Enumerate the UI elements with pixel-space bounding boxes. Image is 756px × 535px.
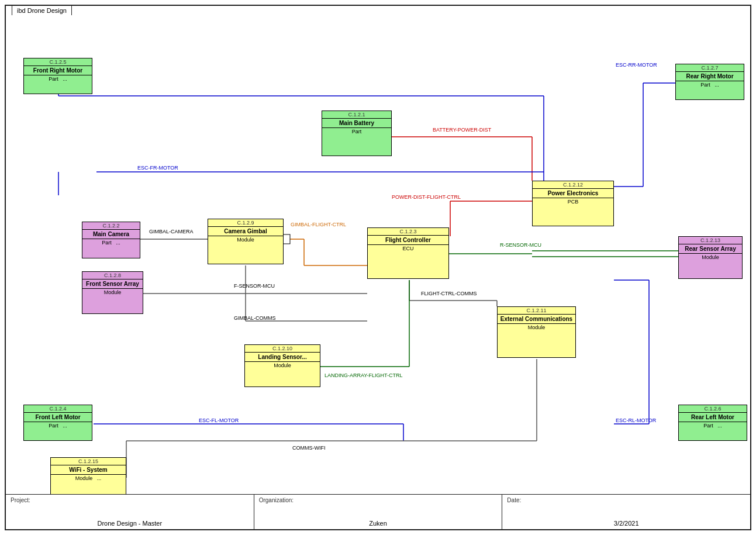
label-comms-wifi: COMMS-WIFI (292, 445, 326, 451)
comp-c121-type: Part (322, 127, 391, 135)
comp-c126-number: C.1.2.6 (679, 405, 747, 413)
label-landing-array-flight-ctrl: LANDING-ARRAY-FLIGHT-CTRL (325, 372, 403, 378)
comp-c1211-name: External Communications (498, 315, 575, 323)
comp-c123-number: C.1.2.3 (368, 228, 448, 236)
comp-c124-number: C.1.2.4 (24, 405, 92, 413)
component-c1211: C.1.2.11 External Communications Module (497, 306, 576, 358)
component-c1212: C.1.2.12 Power Electronics PCB (532, 181, 614, 226)
comp-c1210-name: Landing Sensor... (245, 353, 320, 361)
label-flight-ctrl-comms: FLIGHT-CTRL-COMMS (421, 291, 477, 296)
comp-c124-type: Part ... (24, 422, 92, 429)
comp-c121-number: C.1.2.1 (322, 111, 391, 119)
comp-c122-name: Main Camera (82, 230, 140, 239)
label-r-sensor-mcu: R-SENSOR-MCU (500, 242, 541, 248)
comp-c1215-number: C.1.2.15 (51, 458, 126, 465)
comp-c125-type: Part ... (24, 75, 92, 82)
comp-c124-name: Front Left Motor (24, 413, 92, 422)
label-esc-fr-motor: ESC-FR-MOTOR (137, 165, 178, 171)
comp-c128-type: Module (82, 288, 143, 296)
comp-c129-name: Camera Gimbal (208, 227, 283, 236)
comp-c126-type: Part ... (679, 422, 747, 429)
comp-c128-number: C.1.2.8 (82, 272, 143, 279)
component-c121: C.1.2.1 Main Battery Part (322, 111, 392, 156)
footer-date-label: Date: (507, 497, 745, 503)
label-power-dist-flight-ctrl: POWER-DIST-FLIGHT-CTRL (392, 194, 461, 200)
label-gimbal-flight-ctrl: GIMBAL-FLIGHT-CTRL (291, 222, 346, 227)
comp-c129-type: Module (208, 236, 283, 243)
component-c124: C.1.2.4 Front Left Motor Part ... (23, 405, 92, 441)
component-c1215: C.1.2.15 WiFi - System Module ... (50, 457, 126, 494)
comp-c1211-type: Module (498, 323, 575, 331)
label-esc-rr-motor: ESC-RR-MOTOR (616, 62, 657, 68)
component-c129: C.1.2.9 Camera Gimbal Module (208, 219, 284, 264)
footer-date-value: 3/2/2021 (507, 520, 745, 527)
component-c123: C.1.2.3 Flight Controller ECU (367, 227, 449, 279)
comp-c1212-type: PCB (533, 198, 613, 205)
label-gimbal-camera: GIMBAL-CAMERA (149, 229, 194, 234)
footer-project-label: Project: (11, 497, 249, 503)
component-c127: C.1.2.7 Rear Right Motor Part ... (675, 64, 744, 100)
comp-c127-name: Rear Right Motor (676, 72, 744, 81)
comp-c126-name: Rear Left Motor (679, 413, 747, 422)
component-c125: C.1.2.5 Front Right Motor Part ... (23, 58, 92, 94)
comp-c1210-number: C.1.2.10 (245, 345, 320, 353)
label-battery-power-dist: BATTERY-POWER-DIST (433, 127, 491, 133)
footer-project-value: Drone Design - Master (11, 520, 249, 527)
component-c1210: C.1.2.10 Landing Sensor... Module (244, 344, 320, 387)
comp-c125-number: C.1.2.5 (24, 58, 92, 66)
comp-c129-number: C.1.2.9 (208, 219, 283, 227)
comp-c1212-number: C.1.2.12 (533, 181, 613, 189)
label-esc-fl-motor: ESC-FL-MOTOR (199, 417, 239, 423)
comp-c1213-type: Module (679, 253, 742, 261)
comp-c1212-name: Power Electronics (533, 189, 613, 198)
comp-c1211-number: C.1.2.11 (498, 307, 575, 315)
component-c1213: C.1.2.13 Rear Sensor Array Module (678, 236, 743, 279)
component-c128: C.1.2.8 Front Sensor Array Module (82, 271, 143, 314)
comp-c127-number: C.1.2.7 (676, 64, 744, 72)
footer-org-value: Zuken (259, 520, 498, 527)
comp-c121-name: Main Battery (322, 119, 391, 127)
label-esc-rl-motor: ESC-RL-MOTOR (616, 417, 656, 423)
footer-org-label: Organization: (259, 497, 498, 503)
diagram-container: ibd Drone Design (5, 5, 751, 530)
label-gimbal-comms: GIMBAL-COMMS (234, 315, 276, 321)
comp-c1210-type: Module (245, 361, 320, 369)
comp-c128-name: Front Sensor Array (82, 279, 143, 288)
footer-org: Organization: Zuken (254, 495, 503, 529)
diagram-area: BATTERY-POWER-DIST ESC-FR-MOTOR ESC-RR-M… (6, 14, 750, 494)
comp-c1215-type: Module ... (51, 474, 126, 482)
footer: Project: Drone Design - Master Organizat… (6, 494, 750, 529)
comp-c1213-name: Rear Sensor Array (679, 244, 742, 253)
component-c122: C.1.2.2 Main Camera Part ... (82, 222, 140, 258)
label-f-sensor-mcu: F-SENSOR-MCU (234, 283, 275, 289)
comp-c123-type: ECU (368, 244, 448, 252)
comp-c1213-number: C.1.2.13 (679, 237, 742, 244)
footer-date: Date: 3/2/2021 (502, 495, 750, 529)
comp-c123-name: Flight Controller (368, 236, 448, 244)
component-c126: C.1.2.6 Rear Left Motor Part ... (678, 405, 747, 441)
comp-c125-name: Front Right Motor (24, 66, 92, 75)
comp-c122-number: C.1.2.2 (82, 222, 140, 230)
footer-project: Project: Drone Design - Master (6, 495, 254, 529)
comp-c122-type: Part ... (82, 239, 140, 246)
comp-c127-type: Part ... (676, 81, 744, 88)
comp-c1215-name: WiFi - System (51, 465, 126, 474)
